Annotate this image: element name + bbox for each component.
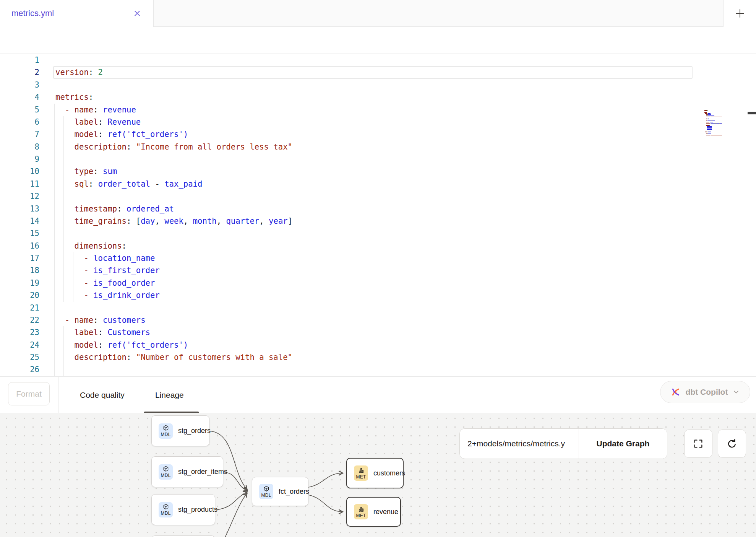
node-label: stg_order_items [178, 468, 227, 476]
lineage-node-bottom_partial[interactable]: MDL [151, 535, 215, 537]
update-graph-button[interactable]: Update Graph [579, 429, 667, 459]
code-line-4[interactable]: 4metrics: [0, 91, 756, 103]
code-line-16[interactable]: 16 dimensions: [0, 240, 756, 252]
code-line-21[interactable]: 21 [0, 302, 756, 314]
new-tab-button[interactable] [723, 0, 756, 27]
code-line-8[interactable]: 8 description: "Income from all orders l… [0, 141, 756, 153]
code-line-26[interactable]: 26 [0, 363, 756, 376]
minimap-line [704, 133, 727, 133]
node-label: fct_orders [279, 488, 309, 496]
line-number: 9 [0, 153, 39, 165]
line-number: 3 [0, 79, 39, 91]
tab-lineage[interactable]: Lineage [155, 377, 184, 413]
minimap-line [704, 124, 727, 125]
editor-toolbar: Format Code quality Lineage dbt Copilot [0, 376, 756, 413]
indent-guide [54, 203, 55, 215]
model-badge: MDL [159, 502, 173, 517]
bar-chart-icon [358, 467, 365, 474]
line-number: 25 [0, 351, 39, 363]
code-line-13[interactable]: 13 timestamp: ordered_at [0, 203, 756, 215]
fullscreen-button[interactable] [684, 430, 712, 458]
lineage-node-stg_orders[interactable]: MDLstg_orders [151, 415, 209, 446]
code-line-11[interactable]: 11 sql: order_total - tax_paid [0, 178, 756, 190]
code-line-2[interactable]: 2version: 2 [0, 66, 756, 78]
tab-metrics-yml[interactable]: metrics.yml [0, 0, 154, 27]
code-line-3[interactable]: 3 [0, 79, 756, 91]
code-line-18[interactable]: 18 - is_first_order [0, 264, 756, 277]
code-line-22[interactable]: 22 - name: customers [0, 314, 756, 326]
lineage-node-customers[interactable]: METcustomers [346, 458, 404, 488]
minimap-line [704, 130, 727, 131]
minimap-line [704, 134, 727, 135]
line-number: 14 [0, 215, 39, 227]
line-number: 26 [0, 363, 39, 376]
code-line-10[interactable]: 10 type: sum [0, 165, 756, 177]
code-text: model: ref('fct_orders') [55, 339, 188, 351]
code-text: label: Customers [55, 326, 150, 338]
lineage-node-stg_products[interactable]: MDLstg_products [151, 494, 215, 525]
refresh-icon [726, 438, 738, 449]
indent-guide [54, 165, 55, 177]
close-icon[interactable] [133, 9, 142, 18]
fullscreen-icon [693, 438, 704, 449]
code-text: metrics: [55, 91, 93, 103]
code-line-20[interactable]: 20 - is_drink_order [0, 289, 756, 301]
code-text: - location_name [55, 252, 155, 264]
code-line-9[interactable]: 9 [0, 153, 756, 165]
refresh-button[interactable] [718, 430, 746, 458]
indent-guide [54, 190, 55, 202]
code-text: version: 2 [55, 66, 103, 78]
lineage-node-stg_order_items[interactable]: MDLstg_order_items [151, 456, 223, 487]
lineage-node-fct_orders[interactable]: MDLfct_orders [252, 477, 308, 506]
indent-guide [54, 178, 55, 190]
indent-guide [54, 351, 55, 363]
indent-guide [63, 153, 64, 165]
line-number: 17 [0, 252, 39, 264]
code-line-12[interactable]: 12 [0, 190, 756, 202]
overview-ruler-marker [748, 112, 756, 114]
code-editor[interactable]: 12version: 234metrics:5 - name: revenue6… [0, 54, 756, 376]
indent-guide [54, 326, 55, 338]
minimap-line [704, 135, 727, 136]
code-line-19[interactable]: 19 - is_food_order [0, 277, 756, 289]
code-line-15[interactable]: 15 [0, 227, 756, 239]
indent-guide [63, 190, 64, 202]
code-line-24[interactable]: 24 model: ref('fct_orders') [0, 339, 756, 351]
indent-guide [54, 314, 55, 326]
code-text: - is_food_order [55, 277, 155, 289]
line-number: 21 [0, 302, 39, 314]
minimap-line [704, 120, 727, 120]
tab-code-quality[interactable]: Code quality [80, 377, 125, 413]
minimap[interactable] [704, 109, 727, 140]
format-button[interactable]: Format [8, 382, 50, 405]
cube-icon [162, 465, 169, 472]
minimap-line [704, 112, 727, 113]
model-badge: MDL [259, 484, 273, 499]
code-line-25[interactable]: 25 description: "Number of customers wit… [0, 351, 756, 363]
code-line-23[interactable]: 23 label: Customers [0, 326, 756, 338]
lineage-node-revenue[interactable]: METrevenue [346, 497, 401, 527]
code-text: description: "Income from all orders les… [55, 141, 292, 153]
node-label: stg_products [178, 506, 217, 514]
code-line-7[interactable]: 7 model: ref('fct_orders') [0, 128, 756, 140]
code-line-5[interactable]: 5 - name: revenue [0, 104, 756, 116]
toolbar-divider [58, 377, 59, 413]
line-number: 6 [0, 116, 39, 128]
indent-guide [54, 104, 55, 116]
code-line-17[interactable]: 17 - location_name [0, 252, 756, 264]
lineage-selector-input[interactable] [460, 429, 579, 459]
line-number: 2 [0, 66, 39, 78]
code-line-14[interactable]: 14 time_grains: [day, week, month, quart… [0, 215, 756, 227]
code-line-1[interactable]: 1 [0, 54, 756, 66]
dbt-copilot-button[interactable]: dbt Copilot [660, 381, 750, 403]
line-number: 15 [0, 227, 39, 239]
lineage-canvas[interactable]: MDLstg_ordersMDLstg_order_itemsMDLstg_pr… [0, 413, 756, 537]
indent-guide [54, 252, 55, 264]
code-line-6[interactable]: 6 label: Revenue [0, 116, 756, 128]
code-text: model: ref('fct_orders') [55, 128, 188, 140]
code-text: dimensions: [55, 240, 127, 252]
minimap-line [704, 121, 727, 122]
bar-chart-icon [358, 506, 365, 513]
code-text: - name: revenue [55, 104, 136, 116]
code-text: label: Revenue [55, 116, 141, 128]
